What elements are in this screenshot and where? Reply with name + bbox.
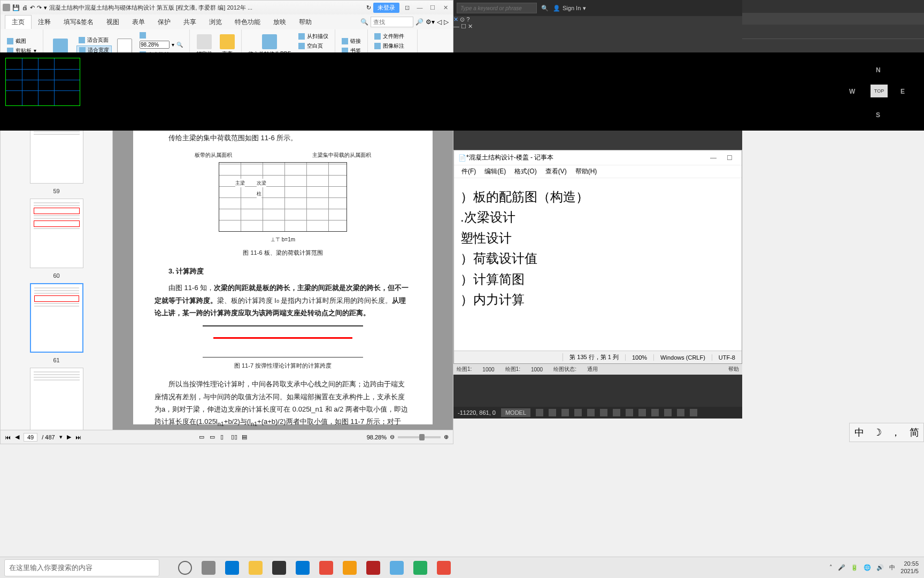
zoom-out-icon[interactable]: ⊖ bbox=[390, 434, 395, 440]
app-icon[interactable] bbox=[315, 558, 337, 577]
menu-fill-sign[interactable]: 填写&签名 bbox=[57, 16, 100, 29]
menu-protect[interactable]: 保护 bbox=[151, 16, 177, 29]
model-space-button[interactable]: MODEL bbox=[501, 408, 530, 417]
menu-help[interactable]: 帮助(H) bbox=[572, 166, 600, 177]
menu-features[interactable]: 特色功能 bbox=[228, 16, 267, 29]
thumbnail-61[interactable] bbox=[30, 283, 83, 353]
annot-icon[interactable] bbox=[651, 409, 659, 416]
menu-share[interactable]: 共享 bbox=[177, 16, 203, 29]
settings-icon[interactable]: ⚙▾ bbox=[426, 18, 435, 26]
ime-indicator[interactable]: 中 bbox=[889, 564, 895, 572]
next-icon[interactable]: ▷ bbox=[444, 18, 449, 26]
a360-icon[interactable]: ⊙ bbox=[460, 16, 465, 22]
prev-icon[interactable]: ◁ bbox=[437, 18, 442, 26]
ime-lang[interactable]: 中 bbox=[854, 426, 864, 439]
from-scan-button[interactable]: 从扫描仪 bbox=[296, 32, 330, 41]
pdf-viewport[interactable]: 💡 34 第 11 章 楼 盖 传给主梁的集中荷载范围如图 11-6 所示。 板… bbox=[113, 87, 453, 430]
screenshot-button[interactable]: 截图 bbox=[5, 37, 38, 45]
viewcube-top[interactable]: TOP bbox=[871, 85, 888, 97]
redo-icon[interactable]: ↷ bbox=[37, 4, 42, 11]
signin-button[interactable]: 👤 Sign In ▾ bbox=[553, 5, 586, 12]
autocad-icon[interactable] bbox=[363, 558, 384, 577]
page-dropdown-icon[interactable]: ▾ bbox=[59, 434, 63, 440]
search-submit-icon[interactable]: 🔎 bbox=[415, 18, 424, 26]
layout-icon[interactable]: ▯▯ bbox=[231, 434, 238, 441]
maximize-icon[interactable]: ☐ bbox=[427, 3, 438, 12]
page-input[interactable]: 49 bbox=[24, 433, 37, 442]
menu-view[interactable]: 查看(V) bbox=[542, 166, 570, 177]
dropdown-icon[interactable]: ▾ bbox=[44, 4, 47, 11]
close-icon[interactable]: ✕ bbox=[468, 23, 473, 29]
thumbnail-62[interactable] bbox=[30, 368, 83, 430]
transparency-icon[interactable] bbox=[626, 409, 633, 416]
polar-icon[interactable] bbox=[574, 409, 582, 416]
search-go-icon[interactable]: 🔍 bbox=[541, 5, 549, 12]
menu-help[interactable]: 帮助 bbox=[292, 16, 318, 29]
app-icon[interactable] bbox=[410, 558, 431, 577]
zoom-in-icon[interactable]: 🔍 bbox=[176, 42, 183, 48]
ime-simp[interactable]: 简 bbox=[910, 426, 919, 439]
close-icon[interactable]: ✕ bbox=[440, 3, 451, 12]
zoom-out-button[interactable] bbox=[137, 32, 185, 39]
command-line[interactable] bbox=[453, 375, 742, 407]
minimize-icon[interactable]: — bbox=[705, 154, 721, 162]
attachment-button[interactable]: 文件附件 bbox=[372, 32, 413, 41]
zoom-in-icon[interactable]: ⊕ bbox=[444, 434, 449, 440]
next-page-icon[interactable]: ▶ bbox=[67, 434, 71, 440]
app-icon[interactable] bbox=[339, 558, 360, 577]
otrack-icon[interactable] bbox=[600, 409, 607, 416]
maximize-icon[interactable]: ☐ bbox=[721, 154, 737, 162]
store-icon[interactable] bbox=[268, 558, 290, 577]
mic-icon[interactable]: 🎤 bbox=[838, 564, 845, 571]
customize-icon[interactable] bbox=[690, 409, 697, 416]
menu-edit[interactable]: 编辑(E) bbox=[481, 166, 509, 177]
workspace-icon[interactable] bbox=[664, 409, 672, 416]
tray-up-icon[interactable]: ˄ bbox=[829, 564, 833, 571]
search-icon[interactable]: 🔍 bbox=[360, 18, 368, 26]
zoom-input[interactable] bbox=[140, 41, 170, 49]
ime-mode-icon[interactable]: ☽ bbox=[873, 427, 882, 438]
help-icon[interactable]: ? bbox=[466, 16, 469, 22]
calendar-icon[interactable] bbox=[292, 558, 313, 577]
menu-form[interactable]: 表单 bbox=[126, 16, 151, 29]
taskbar-search[interactable]: 在这里输入你要搜索的内容 bbox=[4, 559, 159, 576]
viewcube[interactable]: N E S W TOP bbox=[854, 69, 903, 117]
undo-icon[interactable]: ↶ bbox=[30, 4, 35, 11]
first-page-icon[interactable]: ⏮ bbox=[5, 434, 11, 440]
zoom-slider[interactable] bbox=[398, 436, 441, 438]
ime-punct-icon[interactable]: ， bbox=[891, 426, 900, 439]
ime-toolbar[interactable]: 中 ☽ ， 简 bbox=[849, 423, 924, 442]
maximize-icon[interactable]: ☐ bbox=[461, 23, 466, 29]
sync-icon[interactable]: ↻ bbox=[366, 4, 371, 11]
blank-page-button[interactable]: 空白页 bbox=[296, 42, 330, 50]
osnap-icon[interactable] bbox=[587, 409, 595, 416]
cad-search-input[interactable] bbox=[457, 3, 537, 13]
prev-page-icon[interactable]: ◀ bbox=[15, 434, 19, 440]
edge-icon[interactable] bbox=[221, 558, 243, 577]
clock[interactable]: 20:55 2021/5 bbox=[900, 560, 919, 574]
lwt-icon[interactable] bbox=[613, 409, 620, 416]
menu-annotate[interactable]: 注释 bbox=[32, 16, 57, 29]
network-icon[interactable]: 🌐 bbox=[864, 564, 871, 571]
grid-icon[interactable] bbox=[536, 409, 543, 416]
layout-icon[interactable]: ▤ bbox=[242, 434, 249, 441]
menu-present[interactable]: 放映 bbox=[267, 16, 292, 29]
minimize-icon[interactable]: — bbox=[453, 23, 459, 29]
layout-icon[interactable]: ▭ bbox=[210, 434, 217, 441]
menu-view[interactable]: 视图 bbox=[100, 16, 126, 29]
login-button[interactable]: 未登录 bbox=[373, 3, 399, 13]
cycling-icon[interactable] bbox=[638, 409, 646, 416]
layout-icon[interactable]: ▭ bbox=[199, 434, 206, 441]
exchange-icon[interactable]: ✕ bbox=[453, 16, 458, 22]
cad-drawing-area[interactable]: N E S W TOP bbox=[0, 52, 924, 131]
explorer-icon[interactable] bbox=[245, 558, 266, 577]
compact-icon[interactable]: ⊡ bbox=[402, 3, 412, 12]
search-input[interactable] bbox=[371, 17, 413, 27]
menu-format[interactable]: 格式(O) bbox=[511, 166, 540, 177]
minimize-icon[interactable]: — bbox=[414, 3, 425, 12]
fit-page-button[interactable]: 适合页面 bbox=[76, 36, 112, 44]
notepad-textarea[interactable]: ）板的配筋图（构造） .次梁设计 塑性设计 ）荷载设计值 ）计算简图 ）内力计算 bbox=[454, 178, 742, 318]
save-icon[interactable]: 💾 bbox=[12, 4, 20, 11]
annotation-scale-icon[interactable] bbox=[677, 409, 684, 416]
thumbnail-60[interactable] bbox=[30, 199, 83, 268]
